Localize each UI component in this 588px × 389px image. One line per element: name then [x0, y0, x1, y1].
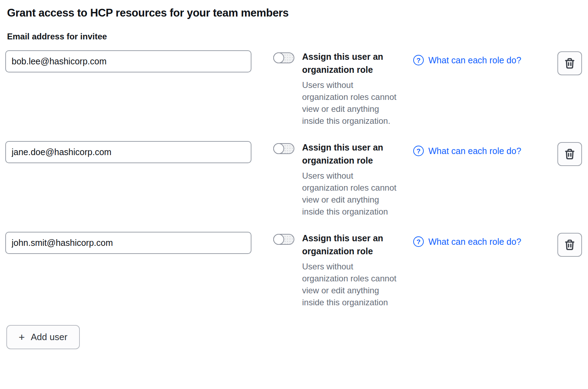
toggle-label-block: Assign this user an organization role Us…: [302, 141, 397, 218]
role-info-link[interactable]: ? What can each role do?: [413, 55, 521, 65]
help-circle-icon: ?: [413, 146, 424, 156]
toggle-label-block: Assign this user an organization role Us…: [302, 50, 397, 127]
email-input[interactable]: [5, 232, 251, 254]
help-circle-icon: ?: [413, 236, 424, 247]
grant-access-form: Grant access to HCP resources for your t…: [0, 0, 588, 349]
org-role-toggle[interactable]: [273, 234, 294, 245]
email-input[interactable]: [5, 141, 251, 163]
assign-role-label: Assign this user an organization role: [302, 232, 397, 258]
role-link-label: What can each role do?: [428, 237, 521, 247]
add-user-label: Add user: [31, 332, 68, 343]
toggle-label-block: Assign this user an organization role Us…: [302, 232, 397, 308]
trash-icon: [564, 148, 576, 160]
role-helper-text: Users without organization roles cannot …: [302, 261, 397, 308]
page-title: Grant access to HCP resources for your t…: [7, 6, 582, 20]
role-helper-text: Users without organization roles cannot …: [302, 170, 397, 218]
toggle-knob-icon: [273, 143, 284, 154]
org-role-toggle[interactable]: [273, 52, 294, 63]
toggle-knob-icon: [273, 234, 284, 245]
invite-row: Assign this user an organization role Us…: [5, 50, 582, 127]
delete-row-button[interactable]: [557, 51, 582, 75]
role-info-link[interactable]: ? What can each role do?: [413, 236, 521, 247]
role-link-label: What can each role do?: [428, 146, 521, 156]
role-info-link[interactable]: ? What can each role do?: [413, 146, 521, 156]
add-user-button[interactable]: + Add user: [6, 325, 80, 349]
trash-icon: [564, 57, 576, 69]
invite-rows: Assign this user an organization role Us…: [5, 50, 582, 308]
email-invitee-label: Email address for invitee: [7, 32, 582, 42]
plus-icon: +: [19, 332, 25, 343]
invite-row: Assign this user an organization role Us…: [5, 141, 582, 218]
help-circle-icon: ?: [413, 55, 424, 65]
trash-icon: [564, 239, 576, 251]
org-role-toggle[interactable]: [273, 143, 294, 154]
assign-role-label: Assign this user an organization role: [302, 50, 397, 76]
toggle-knob-icon: [273, 52, 284, 63]
assign-role-label: Assign this user an organization role: [302, 141, 397, 167]
delete-row-button[interactable]: [557, 233, 582, 257]
role-helper-text: Users without organization roles cannot …: [302, 79, 397, 127]
role-link-label: What can each role do?: [428, 55, 521, 65]
email-input[interactable]: [5, 50, 251, 72]
delete-row-button[interactable]: [557, 142, 582, 166]
invite-row: Assign this user an organization role Us…: [5, 232, 582, 308]
